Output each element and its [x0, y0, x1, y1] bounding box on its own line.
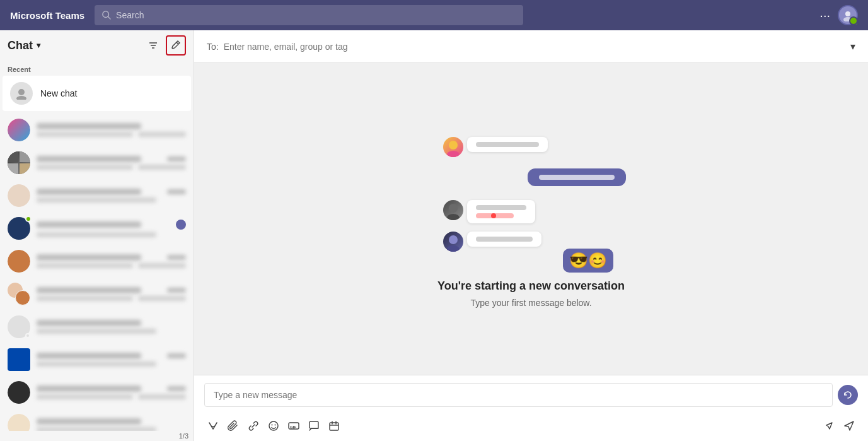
list-item[interactable]: [0, 179, 194, 212]
svg-rect-23: [330, 423, 339, 430]
list-item[interactable]: [0, 310, 194, 343]
svg-line-1: [108, 16, 110, 19]
chat-msg-blur2: [138, 132, 186, 137]
illus-bubble-right: [528, 168, 626, 186]
chat-item-content: [37, 353, 186, 367]
schedule-button[interactable]: [325, 417, 343, 435]
emoji-button[interactable]: [265, 417, 282, 435]
chat-msg-blur: [37, 263, 133, 268]
list-item[interactable]: [0, 245, 194, 278]
audio-icon: [823, 420, 835, 432]
audio-record-button[interactable]: [820, 417, 838, 435]
to-chevron-icon[interactable]: ▾: [850, 40, 855, 52]
chat-title-label: Chat: [8, 39, 33, 52]
list-item[interactable]: [0, 146, 194, 179]
app-title: Microsoft Teams: [10, 10, 84, 21]
illus-emoji-row: 😎😊: [563, 249, 613, 273]
message-input[interactable]: [204, 383, 833, 407]
svg-point-13: [447, 214, 460, 220]
chat-name-blur: [37, 156, 141, 162]
main-layout: Chat ▾ Rece: [0, 30, 868, 441]
list-item[interactable]: [0, 114, 194, 146]
svg-point-11: [447, 151, 460, 157]
chat-avatar: [8, 414, 30, 431]
main-content: To: ▾: [194, 30, 868, 441]
chat-avatar: [8, 250, 30, 273]
format-text-button[interactable]: [204, 417, 222, 435]
send-button[interactable]: [840, 417, 858, 435]
loop-icon: [843, 390, 853, 400]
message-area: GIF: [194, 375, 868, 441]
attach-button[interactable]: [224, 417, 242, 435]
top-bar-right: ···: [819, 5, 858, 25]
list-item[interactable]: [0, 409, 194, 431]
search-icon: [102, 11, 111, 20]
chat-avatar: [8, 381, 30, 404]
online-dot: [25, 216, 32, 222]
chat-panel-header: Chat ▾: [0, 30, 194, 61]
chat-name-blur: [37, 123, 141, 129]
chat-avatar: [8, 119, 30, 141]
chat-panel: Chat ▾ Rece: [0, 30, 194, 441]
top-bar: Microsoft Teams Search ···: [0, 0, 868, 30]
header-actions: [143, 35, 186, 56]
loop-button[interactable]: [838, 385, 858, 405]
chat-msg-blur2: [138, 394, 186, 399]
svg-point-3: [843, 17, 852, 21]
chat-item-content: [37, 189, 186, 203]
chat-msg-blur2: [138, 263, 186, 268]
chat-time-blur: [167, 288, 186, 293]
search-placeholder: Search: [116, 10, 144, 20]
gif-icon: GIF: [288, 420, 299, 432]
chat-item-content: [37, 254, 186, 268]
online-indicator: [852, 20, 859, 26]
more-options-icon[interactable]: ···: [819, 8, 830, 23]
attach-icon: [228, 420, 239, 432]
recent-section-label: Recent: [0, 61, 194, 76]
chat-item-content: [37, 320, 186, 334]
chat-avatar: [8, 315, 30, 338]
list-item[interactable]: [0, 376, 194, 409]
to-label: To:: [207, 42, 219, 52]
chat-msg-blur: [37, 427, 156, 431]
recipient-input[interactable]: [224, 42, 850, 52]
svg-rect-22: [310, 421, 318, 428]
gif-button[interactable]: GIF: [285, 417, 303, 435]
chat-name-blur: [37, 221, 141, 228]
chat-time-blur: [167, 189, 186, 194]
chat-msg-blur: [37, 197, 156, 203]
chat-msg-blur: [37, 132, 133, 137]
chat-msg-blur2: [138, 296, 186, 301]
page-count: 1/3: [0, 431, 194, 441]
toolbar-row: GIF: [194, 415, 868, 441]
illus-bubble-2: [467, 200, 535, 223]
chat-time-blur: [167, 353, 186, 358]
link-button[interactable]: [245, 417, 262, 435]
chat-time-blur: [167, 386, 186, 391]
filter-button[interactable]: [143, 35, 163, 56]
chat-name-blur: [37, 254, 141, 261]
svg-point-10: [449, 141, 458, 150]
list-item[interactable]: [0, 278, 194, 310]
list-item[interactable]: [0, 343, 194, 376]
list-item[interactable]: [0, 212, 194, 245]
user-avatar[interactable]: [838, 5, 858, 25]
search-box[interactable]: Search: [95, 5, 523, 25]
compose-button[interactable]: [166, 35, 186, 56]
chat-avatar: [8, 348, 30, 371]
chat-title-button[interactable]: Chat ▾: [8, 39, 40, 52]
format-icon: [207, 420, 219, 432]
sticker-icon: [308, 420, 320, 432]
illus-bubble-1: [467, 137, 548, 152]
chat-name-blur: [37, 418, 141, 425]
svg-point-19: [275, 425, 276, 426]
compose-icon: [171, 40, 181, 50]
chat-msg-blur: [37, 232, 156, 237]
svg-point-15: [447, 245, 460, 252]
schedule-icon: [328, 420, 340, 432]
chat-name-blur: [37, 320, 141, 326]
chat-item-content: [37, 123, 186, 137]
link-icon: [248, 420, 259, 432]
sticker-button[interactable]: [305, 417, 323, 435]
new-chat-item[interactable]: New chat: [3, 76, 191, 111]
